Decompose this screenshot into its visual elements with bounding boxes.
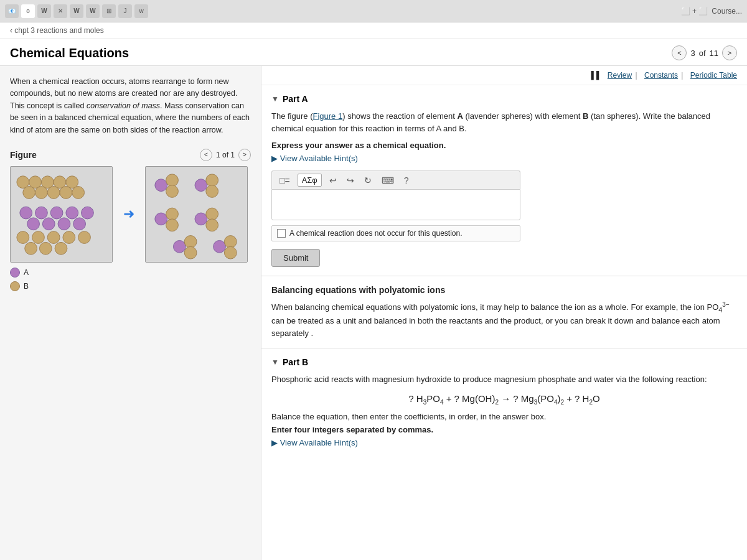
figure-page-label: 1 of 1 — [216, 151, 235, 159]
svg-point-43 — [184, 246, 197, 259]
part-a-question: The figure (Figure 1) shows the reaction… — [271, 110, 737, 134]
part-a-header[interactable]: ▼ Part A — [271, 94, 737, 104]
svg-point-9 — [60, 186, 72, 198]
tab-grid[interactable]: ⊞ — [102, 4, 116, 18]
svg-point-36 — [166, 208, 179, 220]
keyboard-icon[interactable]: ⌨ — [379, 174, 397, 187]
no-reaction-checkbox[interactable] — [277, 229, 286, 238]
svg-point-35 — [155, 213, 167, 225]
svg-point-22 — [47, 231, 60, 244]
svg-point-38 — [195, 213, 207, 225]
answer-toolbar: □= ΑΣφ ↩ ↪ ↻ ⌨ ? — [271, 170, 520, 189]
balancing-text: When balancing chemical equations with p… — [271, 300, 737, 339]
svg-point-13 — [50, 207, 63, 219]
svg-point-26 — [39, 242, 52, 254]
svg-point-15 — [82, 207, 94, 219]
tab-o[interactable]: o — [21, 4, 35, 18]
svg-point-37 — [166, 219, 179, 231]
svg-point-39 — [206, 208, 218, 220]
tab-x[interactable]: ✕ — [54, 4, 67, 18]
svg-point-42 — [184, 235, 197, 248]
sep1: | — [636, 71, 637, 80]
help-question-icon[interactable]: ? — [402, 174, 411, 187]
figure-legend: A B — [10, 268, 251, 291]
tab-w3[interactable]: W — [86, 4, 100, 18]
tab-w-small[interactable]: w — [134, 4, 148, 18]
figure-header: Figure < 1 of 1 > — [10, 149, 251, 161]
breadcrumb[interactable]: ‹ chpt 3 reactions and moles — [0, 22, 747, 39]
svg-point-45 — [224, 235, 237, 248]
svg-point-14 — [66, 207, 78, 219]
page-total: 11 — [710, 49, 718, 58]
svg-point-27 — [55, 242, 67, 254]
intro-text: When a chemical reaction occurs, atoms r… — [10, 76, 251, 136]
view-hint-b[interactable]: View Available Hint(s) — [271, 438, 737, 447]
page-current: 3 — [690, 49, 695, 58]
prev-page-button[interactable]: < — [672, 45, 687, 60]
svg-point-40 — [206, 219, 218, 231]
legend-label-b: B — [24, 282, 29, 291]
constants-link[interactable]: Constants — [644, 71, 678, 80]
figure-link[interactable]: Figure 1 — [312, 111, 342, 121]
page-of: of — [699, 49, 706, 58]
answer-input[interactable] — [271, 189, 520, 220]
svg-point-18 — [58, 218, 70, 230]
part-b-toggle-icon[interactable]: ▼ — [271, 358, 279, 366]
periodic-table-link[interactable]: Periodic Table — [690, 71, 737, 80]
sep2: | — [681, 71, 683, 80]
part-b-header[interactable]: ▼ Part B — [271, 357, 737, 367]
browser-toolbar: 📧 o W ✕ W W ⊞ J w ⬜ + ⬜ Course... — [0, 0, 747, 22]
next-page-button[interactable]: > — [722, 45, 737, 60]
part-a-toggle-icon[interactable]: ▼ — [271, 95, 279, 103]
svg-point-10 — [72, 186, 85, 198]
refresh-icon[interactable]: ↻ — [362, 174, 374, 187]
tab-j[interactable]: J — [118, 4, 132, 18]
left-panel: When a chemical reaction occurs, atoms r… — [0, 66, 261, 560]
part-b-label: Part B — [283, 357, 308, 367]
part-a-label: Part A — [283, 94, 308, 104]
svg-point-16 — [27, 218, 40, 230]
content-area: When a chemical reaction occurs, atoms r… — [0, 66, 747, 560]
svg-point-20 — [17, 231, 29, 244]
figure-prev-btn[interactable]: < — [200, 149, 212, 161]
page-title: Chemical Equations — [10, 46, 129, 60]
svg-point-32 — [195, 179, 207, 192]
breadcrumb-text[interactable]: ‹ chpt 3 reactions and moles — [10, 26, 104, 35]
pagination: < 3 of 11 > — [672, 45, 737, 60]
part-b-description: Phosphoric acid reacts with magnesium hy… — [271, 373, 737, 386]
svg-point-11 — [20, 207, 32, 219]
greek-button[interactable]: ΑΣφ — [298, 174, 322, 187]
template-icon[interactable]: □= — [277, 174, 293, 187]
undo-icon[interactable]: ↩ — [327, 174, 339, 187]
enter-label: Enter four integers separated by commas. — [271, 425, 737, 434]
legend-item-a: A — [10, 268, 251, 278]
submit-button[interactable]: Submit — [271, 249, 320, 267]
svg-point-6 — [23, 186, 35, 198]
svg-point-46 — [224, 246, 237, 259]
svg-point-44 — [214, 240, 226, 253]
browser-toolbar-right: ⬜ + ⬜ Course... — [681, 7, 742, 16]
tab-w2[interactable]: W — [70, 4, 83, 18]
legend-circle-a — [10, 268, 20, 278]
svg-point-19 — [73, 218, 86, 230]
svg-point-24 — [78, 231, 91, 244]
main-header: Chemical Equations < 3 of 11 > — [0, 39, 747, 66]
figure-box-products — [145, 166, 248, 263]
help-links-bar: ▌▌ Review | Constants | Periodic Table — [261, 66, 747, 85]
svg-point-7 — [35, 186, 48, 198]
svg-point-17 — [42, 218, 55, 230]
redo-icon[interactable]: ↪ — [344, 174, 357, 187]
figure-next-btn[interactable]: > — [238, 149, 251, 161]
svg-point-12 — [35, 207, 48, 219]
svg-point-23 — [63, 231, 75, 244]
tab-email[interactable]: 📧 — [5, 4, 19, 18]
review-link[interactable]: Review — [608, 71, 632, 80]
svg-point-25 — [25, 242, 37, 254]
help-icon-indicator: ▌▌ — [591, 71, 601, 80]
tab-w1[interactable]: W — [37, 4, 51, 18]
right-panel: ▌▌ Review | Constants | Periodic Table ▼… — [261, 66, 747, 560]
figure-display: ➜ — [10, 166, 251, 263]
no-reaction-row: A chemical reaction does not occur for t… — [271, 225, 520, 241]
part-a-section: ▼ Part A The figure (Figure 1) shows the… — [261, 85, 747, 276]
view-hint-a[interactable]: View Available Hint(s) — [271, 154, 737, 163]
